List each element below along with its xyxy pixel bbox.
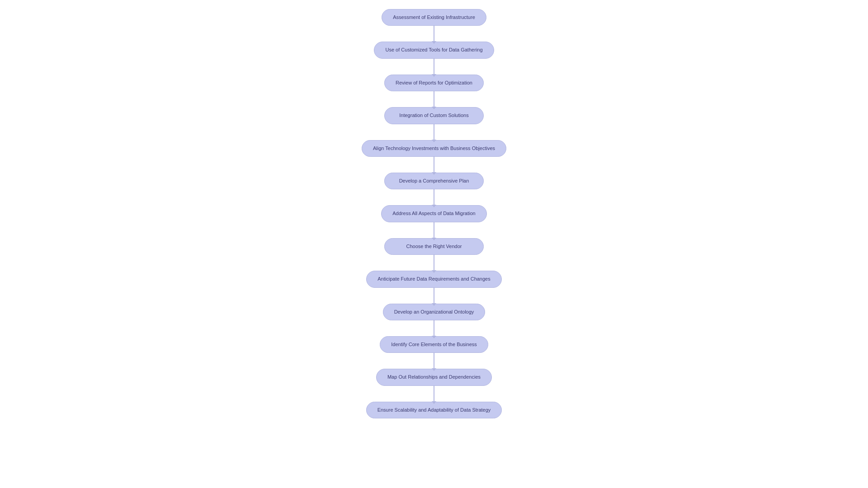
flow-connector-12: [434, 386, 434, 402]
flow-connector-7: [434, 222, 434, 238]
node-3: Review of Reports for Optimization: [384, 75, 484, 91]
flow-connector-1: [434, 26, 434, 42]
flow-connector-9: [434, 288, 434, 304]
node-12: Map Out Relationships and Dependencies: [376, 369, 492, 385]
flow-connector-4: [434, 124, 434, 140]
node-5: Align Technology Investments with Busine…: [362, 140, 506, 157]
node-10: Develop an Organizational Ontology: [383, 304, 486, 320]
node-6: Develop a Comprehensive Plan: [384, 173, 484, 189]
flow-connector-5: [434, 157, 434, 173]
flow-connector-6: [434, 189, 434, 205]
node-9: Anticipate Future Data Requirements and …: [366, 271, 501, 287]
node-1: Assessment of Existing Infrastructure: [382, 9, 486, 26]
node-13: Ensure Scalability and Adaptability of D…: [366, 402, 502, 418]
flow-connector-10: [434, 320, 434, 336]
flow-connector-8: [434, 255, 434, 271]
node-8: Choose the Right Vendor: [384, 238, 484, 255]
node-7: Address All Aspects of Data Migration: [381, 205, 486, 222]
flow-connector-3: [434, 91, 434, 107]
node-4: Integration of Custom Solutions: [384, 107, 484, 124]
node-11: Identify Core Elements of the Business: [380, 336, 488, 353]
flow-connector-11: [434, 353, 434, 369]
flow-connector-2: [434, 59, 434, 75]
node-2: Use of Customized Tools for Data Gatheri…: [374, 42, 494, 58]
flowchart: Assessment of Existing InfrastructureUse…: [0, 0, 868, 427]
